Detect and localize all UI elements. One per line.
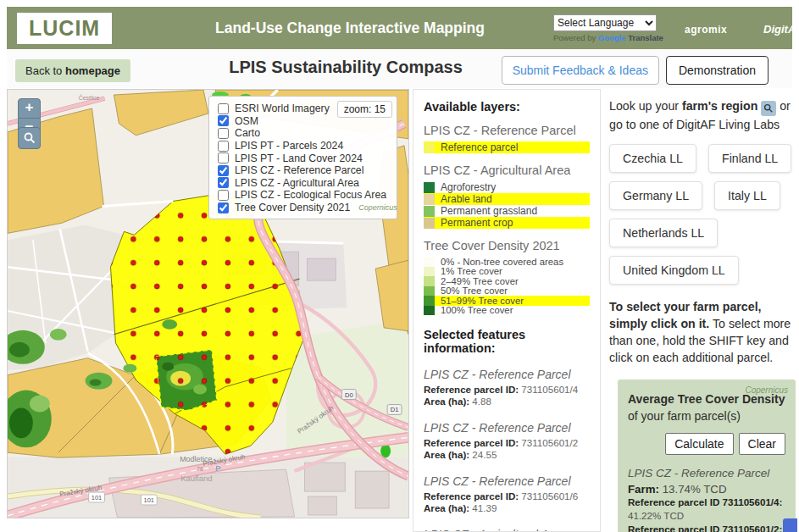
svg-text:D0: D0 [345, 391, 353, 399]
page-title: LPIS Sustainability Compass [229, 58, 463, 77]
language-select[interactable]: Select Language [553, 14, 657, 31]
lab-button-czechia[interactable]: Czechia LL [609, 144, 696, 173]
header: LUCIM Land-Use Change Interactive Mappin… [7, 7, 792, 49]
layer-checkbox-carto[interactable] [218, 128, 229, 139]
label-kaufland: Kaufland [180, 474, 212, 483]
legend-item-permanent-crop[interactable]: Permanent crop [424, 217, 590, 229]
lab-button-italy[interactable]: Italy LL [714, 181, 780, 210]
legend-swatch [424, 182, 435, 193]
selected-features-title: Selected features information: [424, 328, 590, 355]
subheader-actions: Submit Feedback & Ideas Demonstration [502, 56, 768, 85]
submit-feedback-button[interactable]: Submit Feedback & Ideas [502, 56, 659, 85]
legend-swatch [424, 218, 435, 229]
road-shield-101-b: 101 [141, 495, 157, 505]
app-title: Land-Use Change Interactive Mapping [215, 19, 485, 37]
layer-toggle-lpis-pt-parcels[interactable]: LPIS PT - Parcels 2024 [218, 140, 390, 152]
calculator-buttons: Calculate Clear [628, 433, 785, 455]
layer-checkbox-lpis-cz-reference[interactable] [218, 165, 229, 176]
subheader: Back to homepage LPIS Sustainability Com… [7, 49, 792, 88]
agromix-logo: agromix [685, 24, 727, 36]
lab-button-germany[interactable]: Germany LL [609, 181, 702, 210]
copernicus-logo: Copernicus [358, 203, 397, 212]
legend-swatch [424, 257, 435, 267]
farm-tcd-result: Farm: 13.74% TCD [628, 483, 785, 496]
copernicus-logo: Copernicus [745, 385, 788, 395]
legend-swatch [424, 286, 435, 296]
layer-toggle-lpis-pt-landcover[interactable]: LPIS PT - Land Cover 2024 [218, 152, 390, 164]
svg-text:D1: D1 [391, 406, 399, 413]
parcel-select-hint: To select your farm parcel, simply click… [609, 298, 796, 367]
legend-swatch [424, 206, 435, 217]
legend-item-reference-parcel[interactable]: Reference parcel [424, 141, 590, 153]
legend-ref-parcel-title: LPIS CZ - Reference Parcel [424, 124, 590, 137]
legend-item-tcd-2-49: 2–49% Tree cover [424, 276, 590, 286]
legend-swatch [424, 194, 435, 205]
svg-text:101: 101 [92, 494, 102, 502]
label-cestlice: Čestlice [79, 94, 100, 101]
search-icon [763, 103, 774, 114]
region-search-button[interactable] [761, 101, 776, 116]
sidebar: Look up your farm's region or go to one … [604, 89, 797, 532]
selected-parcel-agroforestry[interactable] [156, 350, 217, 411]
lab-button-netherlands[interactable]: Netherlands LL [609, 219, 718, 247]
layer-toggle-carto[interactable]: Carto [218, 127, 390, 140]
parcel-tcd-result: Reference parcel ID 731105601/4: 41.22% … [628, 496, 785, 522]
google-logo: Google [598, 33, 626, 42]
legend-item-tcd-0: 0% - Non-tree covered areas [424, 257, 590, 267]
legend-item-agroforestry[interactable]: Agroforestry [424, 181, 590, 193]
feature-card: LPIS CZ - Reference Parcel Reference par… [424, 474, 590, 515]
lookup-text: Look up your farm's region or go to one … [609, 97, 796, 134]
zoom-in-button[interactable]: + [18, 98, 41, 119]
road-shield-d1: D1 [387, 404, 402, 414]
map-search-button[interactable] [18, 127, 41, 149]
clear-button[interactable]: Clear [739, 433, 785, 455]
lab-button-finland[interactable]: Finland LL [708, 144, 791, 173]
lucim-logo-text: LUCIM [29, 16, 100, 40]
legend-item-tcd-50: 50% Tree cover [424, 286, 590, 296]
layer-toggle-lpis-cz-ecological[interactable]: LPIS CZ - Ecological Focus Area [218, 189, 390, 202]
powered-by-google-translate: Powered by Google Translate [553, 33, 659, 42]
layer-toggle-lpis-cz-reference[interactable]: LPIS CZ - Reference Parcel [218, 164, 390, 177]
legend-item-tcd-100: 100% Tree cover [424, 306, 590, 316]
road-shield-101-a: 101 [89, 492, 105, 502]
layer-toggle-lpis-cz-agricultural[interactable]: LPIS CZ - Agricultural Area [218, 177, 390, 190]
layer-checkbox-lpis-cz-ecological[interactable] [218, 190, 229, 201]
parking-icon: P [215, 463, 221, 473]
feature-card: LPIS CZ - Reference Parcel Reference par… [424, 368, 590, 408]
legend-item-permanent-grassland[interactable]: Permanent grassland [424, 205, 590, 217]
layer-checkbox-esri[interactable] [218, 103, 229, 114]
demonstration-button[interactable]: Demonstration [666, 56, 768, 85]
layer-checkbox-osm[interactable] [218, 115, 229, 126]
back-to-homepage-button[interactable]: Back to homepage [15, 59, 130, 82]
digitaf-logo: DigitAF [763, 23, 799, 36]
legend-swatch [424, 296, 435, 306]
layer-checkbox-tcd[interactable] [218, 202, 229, 213]
available-layers-title: Available layers: [424, 100, 590, 114]
living-labs-buttons: Czechia LL Finland LL Germany LL Italy L… [609, 144, 796, 285]
legend-swatch [424, 142, 435, 153]
legend-item-tcd-1: 1% Tree cover [424, 267, 590, 277]
calculator-title: Average Tree Cover Density of your farm … [628, 391, 785, 424]
feature-card: LPIS CZ - Reference Parcel Reference par… [424, 421, 590, 462]
layer-checkbox-lpis-pt-parcels[interactable] [218, 141, 229, 152]
search-icon [23, 131, 36, 145]
result-layer-title: LPIS CZ - Reference Parcel [628, 467, 785, 479]
layer-checkbox-lpis-cz-agricultural[interactable] [218, 177, 229, 188]
map[interactable]: Čestlice Modletice 76 Kaufland Pražský o… [7, 89, 409, 518]
lab-button-united-kingdom[interactable]: United Kingdom LL [609, 256, 739, 285]
calculate-button[interactable]: Calculate [665, 433, 733, 455]
tcd-calculator: Copernicus Average Tree Cover Density of… [618, 380, 796, 532]
recaptcha-badge[interactable] [783, 518, 797, 532]
svg-text:101: 101 [144, 496, 154, 504]
feature-card: LPIS CZ - Agricultural Area ID: 73110560… [424, 528, 590, 532]
layer-control-panel: zoom: 15 ESRI World Imagery OSM Carto LP… [208, 96, 397, 219]
legend-tcd-title: Tree Cover Density 2021 [424, 239, 590, 252]
layer-toggle-tcd[interactable]: Tree Cover Density 2021 Copernicus [218, 202, 390, 214]
parcel-tcd-result: Reference parcel ID 731105601/2: 0.00% T… [628, 523, 785, 532]
lucim-logo[interactable]: LUCIM [17, 13, 112, 44]
layers-info-panel: Available layers: LPIS CZ - Reference Pa… [413, 89, 601, 532]
legend-agri-area-title: LPIS CZ - Agricultural Area [424, 163, 590, 177]
layer-checkbox-lpis-pt-landcover[interactable] [218, 152, 229, 163]
legend-item-arable-land[interactable]: Arable land [424, 193, 590, 205]
legend-swatch [424, 276, 435, 286]
